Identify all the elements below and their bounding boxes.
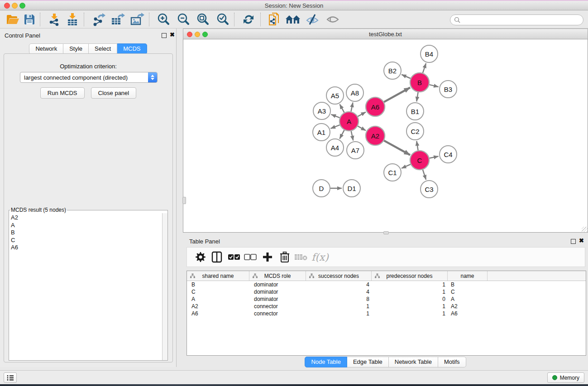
select-all-icon[interactable] [227, 250, 241, 264]
tab-edge-table[interactable]: Edge Table [347, 357, 389, 367]
refresh-layout-icon[interactable] [240, 12, 257, 27]
column-type-icon [309, 273, 314, 278]
column-header-successor-nodes[interactable]: successor nodes [306, 271, 372, 281]
main-toolbar [0, 11, 588, 29]
column-view-icon[interactable] [210, 250, 224, 264]
node-table[interactable]: shared nameMCDS rolesuccessor nodesprede… [186, 271, 586, 356]
graph-edge-C-C2[interactable] [416, 141, 418, 151]
hide-visibility-icon[interactable] [304, 12, 320, 27]
task-history-button[interactable] [4, 372, 17, 383]
export-image-icon[interactable] [129, 12, 145, 27]
zoom-in-icon[interactable] [155, 12, 172, 27]
cell-successor_nodes: 1 [306, 303, 372, 310]
mcds-result-item[interactable]: A6 [11, 244, 162, 252]
table-row[interactable]: Cdominator41C [187, 288, 586, 295]
zoom-fit-icon[interactable] [195, 12, 211, 27]
float-panel-icon[interactable] [162, 33, 167, 38]
import-network-icon[interactable] [46, 12, 62, 27]
tab-mcds[interactable]: MCDS [117, 43, 147, 54]
memory-button[interactable]: Memory [547, 372, 584, 383]
export-network-icon[interactable] [91, 12, 107, 27]
status-bar: Memory [0, 370, 588, 384]
search-input[interactable] [462, 17, 575, 23]
column-header-MCDS-role[interactable]: MCDS role [249, 271, 306, 281]
close-panel-button[interactable]: Close panel [91, 87, 137, 99]
graph-edge-A2-C[interactable] [384, 141, 410, 155]
close-table-panel-icon[interactable]: ✖ [579, 237, 584, 244]
save-session-icon[interactable] [21, 12, 38, 27]
cell-shared_name: A [187, 295, 249, 303]
graph-edge-C-C4[interactable] [430, 156, 439, 158]
run-mcds-button[interactable]: Run MCDS [40, 87, 85, 99]
export-table-icon[interactable] [110, 12, 126, 27]
graph-edge-B-B1[interactable] [416, 92, 418, 102]
table-panel-title: Table Panel [189, 238, 220, 245]
add-column-icon[interactable] [260, 250, 275, 264]
network-canvas[interactable]: B4B2BB3A8A5A6A3B1AC2A1A2A4A7C4CC1C3DD1 [183, 39, 588, 233]
delete-column-icon[interactable] [277, 250, 292, 264]
window-titlebar: Session: New Session [0, 1, 588, 10]
table-row[interactable]: A6connector11A6 [187, 310, 586, 317]
graph-edge-C-C3[interactable] [423, 170, 426, 180]
table-settings-icon[interactable] [193, 250, 208, 264]
dropdown-stepper-icon [148, 72, 157, 82]
float-table-panel-icon[interactable] [571, 239, 576, 244]
tab-motifs[interactable]: Motifs [438, 357, 466, 367]
graph-edge-A-A2[interactable] [358, 126, 366, 131]
column-header-predecessor-nodes[interactable]: predecessor nodes [372, 271, 448, 281]
tab-network[interactable]: Network [29, 43, 63, 54]
graph-node-label: A [347, 118, 351, 125]
graph-edge-B-B3[interactable] [429, 85, 438, 87]
clone-network-icon[interactable] [266, 12, 282, 27]
graph-edge-A-A6[interactable] [358, 112, 366, 117]
column-header-shared-name[interactable]: shared name [187, 271, 249, 281]
tab-network-table[interactable]: Network Table [389, 357, 438, 367]
result-scrollbar[interactable] [162, 213, 167, 360]
mcds-result-item[interactable]: B [11, 229, 162, 237]
graph-edge-A6-B[interactable] [384, 88, 410, 102]
memory-status-icon [552, 375, 557, 380]
table-row[interactable]: Adominator80A [187, 295, 586, 303]
graph-edge-C-C1[interactable] [402, 164, 411, 168]
open-session-icon[interactable] [5, 12, 21, 27]
deselect-all-icon[interactable] [243, 250, 258, 264]
close-panel-icon[interactable]: ✖ [170, 31, 175, 38]
graph-edge-A-A1[interactable] [330, 125, 339, 129]
column-type-icon [190, 273, 195, 278]
tab-style[interactable]: Style [63, 43, 89, 54]
table-row[interactable]: Bdominator41B [187, 281, 586, 288]
tab-select[interactable]: Select [89, 43, 117, 54]
canvas-bottom-scrollbar-handle[interactable] [383, 231, 389, 234]
cell-shared_name: B [187, 281, 249, 288]
graph-edge-B-B2[interactable] [402, 75, 411, 79]
window-resize-grip[interactable] [582, 227, 588, 233]
tab-node-table[interactable]: Node Table [305, 357, 347, 367]
graph-edge-A-A3[interactable] [331, 114, 340, 118]
table-row[interactable]: A2connector11A2 [187, 303, 586, 310]
network-window-titlebar[interactable]: testGlobe.txt [183, 29, 588, 39]
show-visibility-icon[interactable] [325, 12, 341, 27]
graph-edge-A-A5[interactable] [340, 104, 344, 112]
network-home-icon[interactable] [285, 12, 301, 27]
search-icon [454, 17, 460, 23]
graph-node-label: C4 [444, 151, 452, 158]
graph-edge-A-A4[interactable] [339, 130, 344, 138]
column-header-name[interactable]: name [448, 271, 488, 281]
optimization-criterion-select[interactable]: largest connected component (directed) [20, 72, 158, 83]
mcds-result-item[interactable]: A2 [11, 214, 162, 222]
mcds-result-title: MCDS result (5 nodes) [10, 207, 67, 213]
graph-edge-A-A8[interactable] [351, 103, 353, 112]
zoom-out-icon[interactable] [175, 12, 191, 27]
graph-node-label: C3 [425, 186, 433, 193]
graph-edge-A-A7[interactable] [351, 131, 354, 140]
zoom-selected-icon[interactable] [215, 12, 231, 27]
mcds-result-item[interactable]: A [11, 222, 162, 229]
control-panel: Control Panel ✖ NetworkStyleSelectMCDS O… [0, 29, 177, 367]
mcds-result-item[interactable]: C [11, 237, 162, 244]
table-toolbar: f(x) [186, 247, 585, 267]
graph-node-label: D [319, 185, 324, 192]
import-table-icon[interactable] [64, 12, 81, 27]
graph-edge-B-B4[interactable] [423, 63, 426, 73]
function-builder-icon: f(x) [310, 250, 330, 264]
canvas-left-scrollbar-handle[interactable] [182, 197, 186, 204]
